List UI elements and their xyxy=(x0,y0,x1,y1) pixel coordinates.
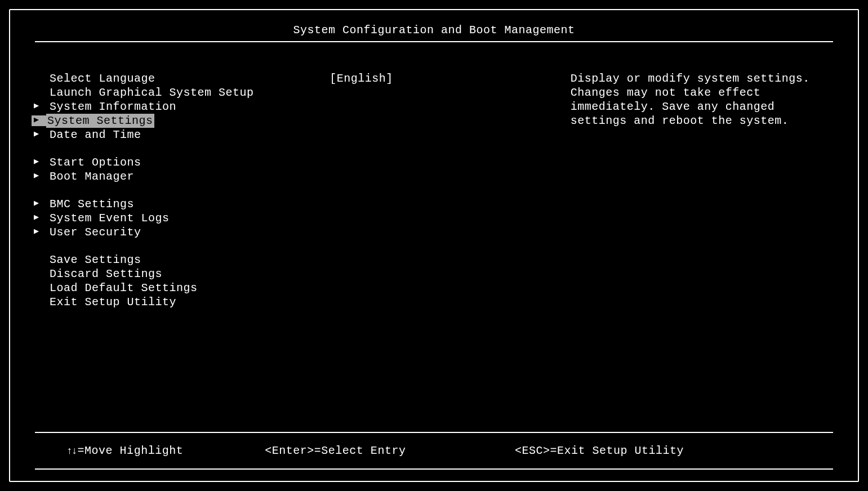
value-select-language[interactable]: [English] xyxy=(330,72,571,86)
menu-item-load-default-settings[interactable]: Load Default Settings xyxy=(48,281,330,295)
submenu-arrow-icon: ▶ xyxy=(34,199,48,209)
menu-label: BMC Settings xyxy=(48,197,135,211)
menu-item-start-options[interactable]: ▶ Start Options xyxy=(48,155,330,169)
submenu-arrow-icon: ▶ xyxy=(34,227,48,238)
menu-label: Exit Setup Utility xyxy=(48,295,177,309)
submenu-arrow-icon: ▶ xyxy=(34,157,48,168)
bios-frame: System Configuration and Boot Management… xyxy=(9,9,859,482)
menu-label: Launch Graphical System Setup xyxy=(48,86,255,100)
value-column: [English] xyxy=(330,72,571,432)
menu-item-exit-setup-utility[interactable]: Exit Setup Utility xyxy=(48,295,330,309)
language-value: [English] xyxy=(330,72,393,86)
menu-label: System Settings xyxy=(46,114,154,128)
menu-label: Date and Time xyxy=(48,128,143,142)
key-hint-exit: <ESC>=Exit Setup Utility xyxy=(515,444,802,457)
menu-item-system-event-logs[interactable]: ▶ System Event Logs xyxy=(48,211,330,225)
menu-group-3: ▶ BMC Settings ▶ System Event Logs ▶ Use… xyxy=(48,197,330,239)
menu-column: Select Language Launch Graphical System … xyxy=(33,72,330,432)
help-text: Display or modify system settings. Chang… xyxy=(571,72,830,128)
page-title: System Configuration and Boot Management xyxy=(293,24,575,37)
menu-label: Load Default Settings xyxy=(48,281,199,295)
key-hint-move: ↑↓=Move Highlight xyxy=(66,444,265,457)
help-column: Display or modify system settings. Chang… xyxy=(571,72,835,432)
menu-item-discard-settings[interactable]: Discard Settings xyxy=(48,267,330,281)
menu-item-boot-manager[interactable]: ▶ Boot Manager xyxy=(48,169,330,184)
menu-group-1: Select Language Launch Graphical System … xyxy=(48,72,330,142)
submenu-arrow-icon: ▶ xyxy=(34,101,48,112)
key-hint-select: <Enter>=Select Entry xyxy=(265,444,515,457)
menu-group-2: ▶ Start Options ▶ Boot Manager xyxy=(48,155,330,184)
menu-label: Discard Settings xyxy=(48,267,163,281)
menu-item-launch-graphical-setup[interactable]: Launch Graphical System Setup xyxy=(48,86,330,100)
updown-arrow-icon: ↑↓ xyxy=(66,445,77,457)
menu-item-bmc-settings[interactable]: ▶ BMC Settings xyxy=(48,197,330,211)
footer-keys: ↑↓=Move Highlight <Enter>=Select Entry <… xyxy=(33,444,835,457)
submenu-arrow-icon: ▶ xyxy=(34,213,48,224)
footer-divider-top xyxy=(35,432,833,433)
footer-divider-bottom xyxy=(35,468,833,470)
menu-label: User Security xyxy=(48,225,143,239)
menu-label: Select Language xyxy=(48,72,157,86)
menu-item-system-information[interactable]: ▶ System Information xyxy=(48,100,330,114)
submenu-arrow-icon: ▶ xyxy=(34,130,48,140)
submenu-arrow-icon: ▶ xyxy=(34,171,48,182)
menu-item-system-settings[interactable]: ▶ System Settings xyxy=(48,114,330,128)
menu-label: Start Options xyxy=(48,155,143,169)
submenu-arrow-icon: ▶ xyxy=(32,115,46,126)
footer-section: ↑↓=Move Highlight <Enter>=Select Entry <… xyxy=(10,432,858,481)
menu-label: Boot Manager xyxy=(48,169,135,184)
body-section: Select Language Launch Graphical System … xyxy=(10,51,858,432)
title-section: System Configuration and Boot Management xyxy=(10,10,858,51)
menu-label: System Information xyxy=(48,100,177,114)
menu-item-save-settings[interactable]: Save Settings xyxy=(48,253,330,267)
menu-item-date-and-time[interactable]: ▶ Date and Time xyxy=(48,128,330,142)
menu-group-4: Save Settings Discard Settings Load Defa… xyxy=(48,253,330,309)
key-hint-move-label: =Move Highlight xyxy=(78,444,184,457)
menu-item-user-security[interactable]: ▶ User Security xyxy=(48,225,330,239)
menu-label: System Event Logs xyxy=(48,211,171,225)
menu-label: Save Settings xyxy=(48,253,143,267)
menu-item-select-language[interactable]: Select Language xyxy=(48,72,330,86)
